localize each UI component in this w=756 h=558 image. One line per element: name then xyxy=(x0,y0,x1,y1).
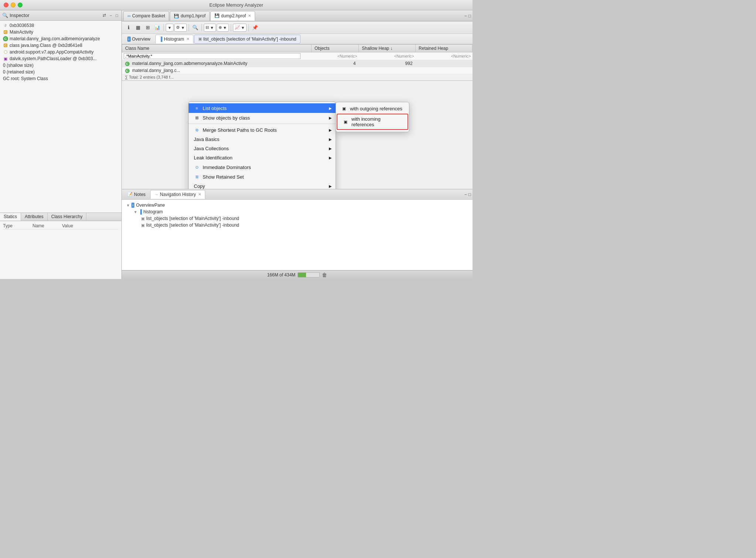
inspector-context-btn[interactable]: ⇄ xyxy=(102,13,107,18)
menu-item-immediate-dom[interactable]: ⊙ Immediate Dominators xyxy=(189,162,336,172)
col-header-retained[interactable]: Retained Heap xyxy=(416,45,472,52)
col-header-objects[interactable]: Objects xyxy=(311,45,358,52)
submenu-incoming[interactable]: ▣ with incoming references xyxy=(337,114,408,130)
tree-item-mainactivity[interactable]: C MainActivity xyxy=(0,29,121,35)
gc-icon[interactable]: 🗑 xyxy=(322,272,327,278)
menu-item-java-collections-label: Java Collections xyxy=(194,146,229,151)
tab-histogram[interactable]: ▐ Histogram ✕ xyxy=(155,35,193,44)
compare-icon: ⇔ xyxy=(127,14,131,18)
toolbar-bar-chart-btn[interactable]: ▦ xyxy=(134,23,142,32)
tab-dump2-close[interactable]: ✕ xyxy=(248,14,251,18)
col-type: Type xyxy=(3,223,25,228)
bottom-maximize-btn[interactable]: □ xyxy=(468,192,471,197)
tab-navigation[interactable]: → Navigation History ✕ xyxy=(150,190,205,199)
menu-item-show-objects-label: Show objects by class xyxy=(203,115,250,121)
grid2-icon: ⊟ xyxy=(206,25,209,30)
inspector-minimize-btn[interactable]: − xyxy=(109,13,113,18)
toolbar-chart2-dropdown[interactable]: 📈 ▼ xyxy=(233,24,247,32)
tab-statics[interactable]: Statics xyxy=(0,213,21,221)
menu-item-show-objects[interactable]: ⊞ Show objects by class ▶ xyxy=(189,113,336,123)
bottom-minimize-btn[interactable]: − xyxy=(464,192,467,197)
tree-item-retained-label: 0 (retained size) xyxy=(3,69,35,75)
tree-item-retained[interactable]: 0 (retained size) xyxy=(0,69,121,75)
tree-item-shallow[interactable]: 0 (shallow size) xyxy=(0,62,121,69)
nav-arrow-histogram: ▼ xyxy=(134,210,137,214)
tab-maximize-btn[interactable]: □ xyxy=(468,13,471,18)
menu-item-show-retained[interactable]: ≣ Show Retained Set xyxy=(189,172,336,182)
col-header-shallow[interactable]: Shallow Heap ↓ xyxy=(359,45,416,52)
close-button[interactable] xyxy=(4,3,8,7)
nav-list2-label: list_objects [selection of 'MainActivity… xyxy=(146,223,239,228)
nav-tree-item-list1[interactable]: ▣ list_objects [selection of 'MainActivi… xyxy=(126,215,468,222)
maximize-button[interactable] xyxy=(18,3,23,7)
tab-compare-basket[interactable]: ⇔ Compare Basket xyxy=(123,11,169,21)
tree-item-class-java[interactable]: C class java.lang.Class @ 0xb2d641e8 xyxy=(0,42,121,49)
bottom-tab-controls: − □ xyxy=(464,192,471,197)
filter-class-input[interactable] xyxy=(124,53,301,59)
table-area: Class Name Objects Shallow Heap ↓ Retain… xyxy=(122,44,472,189)
tree-item-gcroot-label: GC root: System Class xyxy=(3,76,48,81)
overview-i-icon: i xyxy=(127,37,131,42)
tree-item-android[interactable]: ⬡ android.support.v7.app.AppCompatActivi… xyxy=(0,49,121,55)
tab-dump1[interactable]: 💾 dump1.hprof xyxy=(170,11,209,21)
nav-histogram-label: histogram xyxy=(143,209,163,214)
minimize-button[interactable] xyxy=(11,3,16,7)
tab-attributes[interactable]: Attributes xyxy=(21,213,48,221)
table-row[interactable]: C material.danny_jiang.c... xyxy=(122,67,472,74)
dump2-icon: 💾 xyxy=(214,13,220,18)
settings-icon: ⚙ xyxy=(176,25,180,30)
tab-class-hierarchy[interactable]: Class Hierarchy xyxy=(48,213,87,221)
tab-inbound[interactable]: ▣ list_objects [selection of 'MainActivi… xyxy=(194,35,300,44)
toolbar-filter2-dropdown[interactable]: ⊕ ▼ xyxy=(217,24,229,32)
menu-arrow-java-basics: ▶ xyxy=(329,137,332,141)
menu-sep1 xyxy=(189,124,336,124)
toolbar-info-btn[interactable]: ℹ xyxy=(124,23,133,32)
toolbar-sep3 xyxy=(202,24,202,31)
tab-overview[interactable]: i Overview xyxy=(123,35,155,44)
tab-notes[interactable]: 📝 Notes xyxy=(123,190,150,199)
nav-tree-item-histogram[interactable]: ▼ ▐ histogram xyxy=(126,209,468,215)
context-menu: ≡ List objects ▶ ▣ with outgoing referen… xyxy=(188,101,336,189)
nav-list1-icon: ▣ xyxy=(141,216,145,221)
tree-item-dalvik[interactable]: ▣ dalvik.system.PathClassLoader @ 0xb303… xyxy=(0,55,121,62)
notes-icon: 📝 xyxy=(127,192,133,197)
inspector-bottom: Statics Attributes Class Hierarchy Type … xyxy=(0,213,121,279)
menu-item-copy[interactable]: Copy ▶ xyxy=(189,182,336,189)
toolbar-filter-dropdown[interactable]: ▼ xyxy=(166,24,173,32)
col-value: Value xyxy=(62,223,84,228)
menu-item-list-objects[interactable]: ≡ List objects ▶ ▣ with outgoing referen… xyxy=(189,103,336,113)
menu-item-java-collections[interactable]: Java Collections ▶ xyxy=(189,144,336,153)
tree-item-shallow-label: 0 (shallow size) xyxy=(3,63,34,68)
toolbar-grid-dropdown[interactable]: ⊟ ▼ xyxy=(204,24,216,32)
submenu-outgoing[interactable]: ▣ with outgoing references xyxy=(336,104,409,113)
tab-minimize-btn[interactable]: − xyxy=(464,13,467,18)
menu-item-java-basics[interactable]: Java Basics ▶ xyxy=(189,135,336,144)
toolbar-settings-dropdown[interactable]: ⚙ ▼ xyxy=(174,24,187,32)
menu-item-leak-id[interactable]: Leak Identification ▶ xyxy=(189,153,336,162)
menu-item-merge-shortest[interactable]: ⊗ Merge Shortest Paths to GC Roots ▶ xyxy=(189,125,336,135)
toolbar-search-btn[interactable]: 🔍 xyxy=(191,23,200,32)
toolbar-chart-btn[interactable]: 📊 xyxy=(153,23,162,32)
table-row[interactable]: C material.danny_jiang.com.adbmemoryanal… xyxy=(122,60,472,67)
inspector-maximize-btn[interactable]: □ xyxy=(114,13,119,18)
submenu-incoming-label: with incoming references xyxy=(351,116,402,127)
tree-item-gcroot[interactable]: GC root: System Class xyxy=(0,75,121,82)
window-title: Eclipse Memory Analyzer xyxy=(209,2,263,8)
tab-histogram-close[interactable]: ✕ xyxy=(186,37,189,41)
toolbar-pin-btn[interactable]: 📌 xyxy=(251,23,260,32)
tree-item-hex[interactable]: # 0xb3036538 xyxy=(0,22,121,29)
col-header-class[interactable]: Class Name xyxy=(122,45,312,52)
status-memory: 166M of 434M 🗑 xyxy=(267,272,327,278)
tab-dump2-label: dump2.hprof xyxy=(221,13,246,18)
tab-navigation-close[interactable]: ✕ xyxy=(198,192,201,196)
tab-histogram-label: Histogram xyxy=(164,37,184,42)
table-cell-objects: 4 xyxy=(311,60,358,67)
filter2-icon: ⊕ xyxy=(219,25,222,30)
nav-overview-i-icon: i xyxy=(131,203,135,208)
tab-dump2[interactable]: 💾 dump2.hprof ✕ xyxy=(210,11,255,21)
nav-tree-item-list2[interactable]: ▣ list_objects [selection of 'MainActivi… xyxy=(126,222,468,228)
tree-item-material1[interactable]: C material.danny_jiang.com.adbmemoryanal… xyxy=(0,35,121,42)
nav-tree-item-overview[interactable]: ▼ i OverviewPane xyxy=(126,202,468,209)
menu-arrow-merge: ▶ xyxy=(329,128,332,132)
toolbar-grid-btn[interactable]: ⊞ xyxy=(143,23,152,32)
